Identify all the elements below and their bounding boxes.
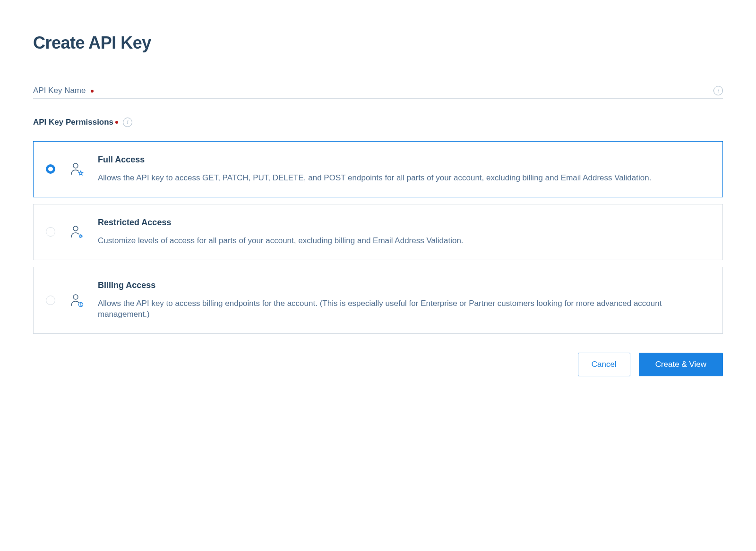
user-dollar-icon: [69, 292, 85, 308]
permissions-label: API Key Permissions: [33, 118, 113, 127]
api-key-name-field[interactable]: API Key Name i: [33, 86, 723, 99]
option-description: Allows the API key to access billing end…: [98, 298, 710, 321]
page-title: Create API Key: [33, 33, 723, 53]
cancel-button[interactable]: Cancel: [578, 353, 630, 376]
option-title: Restricted Access: [98, 218, 710, 228]
option-title: Billing Access: [98, 280, 710, 290]
info-icon[interactable]: i: [713, 86, 723, 95]
required-indicator-icon: [115, 121, 118, 124]
svg-point-0: [73, 163, 78, 168]
option-restricted-access[interactable]: Restricted Access Customize levels of ac…: [33, 204, 723, 260]
radio-icon[interactable]: [46, 227, 55, 237]
option-full-access[interactable]: Full Access Allows the API key to access…: [33, 141, 723, 197]
svg-point-2: [80, 235, 82, 237]
permission-options: Full Access Allows the API key to access…: [33, 141, 723, 334]
svg-point-1: [73, 226, 78, 231]
option-description: Customize levels of access for all parts…: [98, 235, 710, 246]
action-bar: Cancel Create & View: [33, 353, 723, 376]
option-description: Allows the API key to access GET, PATCH,…: [98, 172, 710, 184]
option-billing-access[interactable]: Billing Access Allows the API key to acc…: [33, 267, 723, 334]
create-view-button[interactable]: Create & View: [639, 353, 723, 376]
svg-point-3: [73, 295, 78, 299]
user-star-icon: [69, 161, 85, 177]
option-title: Full Access: [98, 155, 710, 165]
user-gear-icon: [69, 224, 85, 240]
radio-icon[interactable]: [46, 296, 55, 305]
api-key-name-label: API Key Name: [33, 86, 86, 95]
required-indicator-icon: [91, 90, 94, 93]
info-icon[interactable]: i: [123, 118, 132, 127]
radio-icon[interactable]: [46, 164, 55, 174]
